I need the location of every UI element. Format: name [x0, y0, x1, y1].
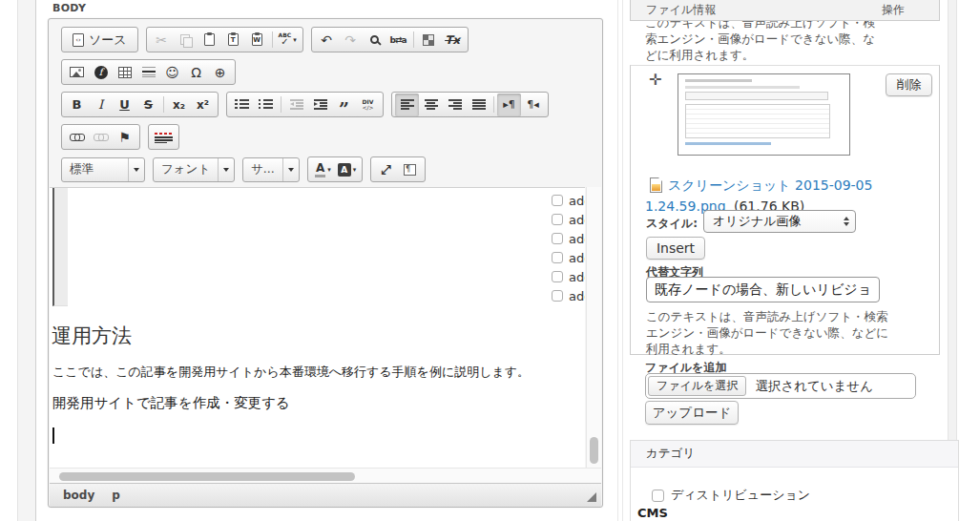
- div-container-button[interactable]: DIV</>: [356, 94, 380, 116]
- file-link[interactable]: スクリーンショット 2015-09-05: [668, 177, 872, 195]
- image-button[interactable]: [65, 61, 89, 84]
- outdent-icon: [290, 99, 303, 110]
- document-paragraph[interactable]: 開発用サイトで記事を作成・変更する: [52, 394, 290, 412]
- column-divider: [622, 0, 623, 521]
- bg-color-button[interactable]: A ▾: [335, 158, 359, 181]
- align-left-button[interactable]: [395, 94, 419, 116]
- document-paragraph[interactable]: ここでは、この記事を開発用サイトから本番環境へ移行する手順を例に説明します。: [52, 364, 530, 381]
- bold-button[interactable]: B: [65, 94, 89, 116]
- flash-button[interactable]: f: [89, 61, 113, 84]
- vertical-scrollbar-thumb[interactable]: [590, 437, 598, 464]
- smiley-button[interactable]: ☺: [160, 61, 184, 84]
- source-label: ソース: [89, 31, 127, 49]
- show-blocks-icon: ¶: [404, 164, 416, 176]
- special-char-button[interactable]: Ω: [184, 61, 208, 84]
- indent-icon: [314, 99, 327, 110]
- paste-text-button[interactable]: T: [221, 29, 245, 52]
- align-center-button[interactable]: [419, 94, 443, 116]
- upload-button[interactable]: アップロード: [645, 401, 739, 425]
- redo-button[interactable]: ↷: [339, 29, 363, 52]
- document-heading[interactable]: 運用方法: [52, 323, 132, 349]
- size-dropdown[interactable]: サ...: [242, 157, 300, 182]
- find-button[interactable]: [363, 29, 386, 52]
- resize-grip-icon[interactable]: [587, 492, 596, 502]
- unlink-button[interactable]: [89, 126, 113, 149]
- style-select[interactable]: オリジナル画像: [703, 210, 856, 233]
- editor-content-area[interactable]: additi additi additi additi additi addit…: [50, 187, 585, 468]
- bullet-list-icon: [259, 99, 273, 110]
- copy-button[interactable]: [174, 29, 198, 52]
- select-all-button[interactable]: [417, 29, 441, 52]
- file-type-icon: [650, 177, 662, 193]
- checkbox[interactable]: [652, 490, 664, 502]
- content-checkbox-row: additi: [546, 248, 585, 267]
- checkbox[interactable]: [552, 290, 563, 302]
- horizontal-scrollbar[interactable]: [50, 468, 601, 483]
- checkbox[interactable]: [552, 252, 563, 263]
- paragraph-format-dropdown[interactable]: 標準: [61, 157, 145, 182]
- alt-text-input[interactable]: [646, 277, 880, 302]
- paste-word-icon: W: [252, 33, 262, 46]
- path-item-body[interactable]: body: [63, 489, 94, 502]
- replace-button[interactable]: b⇄a: [386, 29, 410, 52]
- indent-button[interactable]: [308, 94, 332, 116]
- checkbox-label: additi: [569, 251, 585, 265]
- teaser-break-icon: [155, 131, 173, 143]
- checkbox[interactable]: [552, 271, 563, 282]
- spellcheck-icon: ABC ✓: [279, 32, 292, 47]
- paste-button[interactable]: [198, 29, 221, 52]
- font-dropdown[interactable]: フォント: [153, 157, 235, 182]
- align-left-icon: [401, 99, 414, 110]
- source-button[interactable]: ‹› ソース: [65, 29, 135, 52]
- outdent-button[interactable]: [284, 94, 308, 116]
- vocabulary-label: CMS: [637, 506, 668, 520]
- superscript-button[interactable]: x²: [191, 94, 215, 116]
- horizontal-rule-button[interactable]: [136, 61, 160, 84]
- iframe-button[interactable]: ⊕: [208, 61, 232, 84]
- drag-handle-icon[interactable]: ✛: [649, 73, 661, 88]
- checkbox[interactable]: [552, 233, 563, 244]
- cut-button[interactable]: ✂: [150, 29, 174, 52]
- remove-format-button[interactable]: Tx: [441, 29, 465, 52]
- numbered-list-button[interactable]: [230, 94, 254, 116]
- text-color-button[interactable]: A ▾: [311, 158, 335, 181]
- delete-button[interactable]: 削除: [886, 73, 932, 96]
- spellcheck-button[interactable]: ABC ✓ ▾: [276, 29, 300, 52]
- content-checkbox-row: additi: [546, 267, 585, 286]
- insert-button[interactable]: Insert: [646, 237, 705, 260]
- left-gutter: [17, 0, 36, 521]
- ltr-button[interactable]: ▸¶: [497, 94, 521, 116]
- paste-word-button[interactable]: W: [245, 29, 269, 52]
- bullet-list-button[interactable]: [254, 94, 278, 116]
- thumbnail-content: [685, 86, 800, 89]
- choose-file-button[interactable]: ファイルを選択: [648, 376, 746, 396]
- teaser-break-button[interactable]: [152, 126, 176, 149]
- text-cursor: [52, 427, 54, 444]
- font-value: フォント: [161, 161, 212, 177]
- checkbox[interactable]: [552, 195, 563, 206]
- strikethrough-button[interactable]: S: [136, 94, 160, 116]
- link-button[interactable]: [65, 126, 89, 149]
- rtl-button[interactable]: ¶◂: [521, 94, 545, 116]
- anchor-button[interactable]: ⚑: [113, 126, 136, 149]
- vertical-scrollbar[interactable]: [586, 187, 601, 468]
- blockquote-button[interactable]: ”: [332, 94, 356, 116]
- omega-icon: Ω: [191, 66, 201, 79]
- show-blocks-button[interactable]: ¶: [398, 158, 422, 181]
- undo-button[interactable]: ↶: [315, 29, 339, 52]
- content-checkbox-row: additi: [546, 286, 585, 305]
- align-right-icon: [448, 99, 462, 110]
- italic-button[interactable]: I: [89, 94, 113, 116]
- checkbox[interactable]: [552, 214, 563, 225]
- underline-button[interactable]: U: [113, 94, 136, 116]
- horizontal-scrollbar-thumb[interactable]: [59, 472, 355, 481]
- subscript-button[interactable]: x₂: [167, 94, 191, 116]
- path-item-p[interactable]: p: [112, 489, 120, 502]
- align-right-button[interactable]: [443, 94, 467, 116]
- select-stepper-icon: [844, 217, 849, 226]
- maximize-button[interactable]: ⤢: [374, 158, 398, 181]
- table-button[interactable]: [113, 61, 136, 84]
- editor-status-bar: body p: [50, 483, 601, 507]
- align-justify-button[interactable]: [467, 94, 490, 116]
- page: BODY ‹› ソース ✂ T W: [0, 0, 980, 521]
